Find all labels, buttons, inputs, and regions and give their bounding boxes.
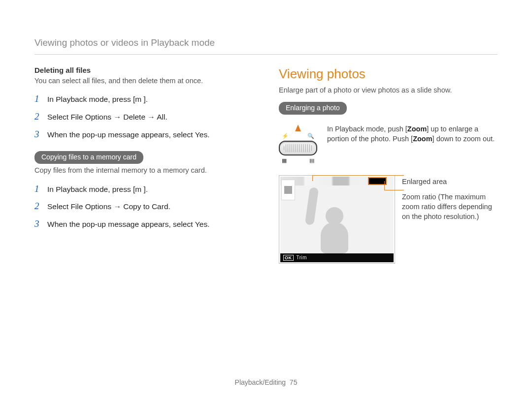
step-number: 1 bbox=[34, 93, 47, 105]
flash-icon: ⚡ bbox=[282, 132, 289, 140]
diagram-legend: Enlarged area Zoom ratio (The maximum zo… bbox=[402, 175, 498, 221]
zoom-keyword: Zoom bbox=[413, 135, 432, 143]
text-fragment: In Playback mode, push [ bbox=[327, 125, 407, 133]
deleting-desc: You can select all files, and then delet… bbox=[34, 76, 253, 86]
footer-section: Playback/Editing bbox=[235, 378, 286, 386]
step: 3When the pop-up message appears, select… bbox=[34, 128, 253, 141]
deleting-heading: Deleting all ﬁles bbox=[34, 65, 253, 75]
legend-enlarged-area: Enlarged area bbox=[402, 177, 498, 187]
step-text: Select File Options → Copy to Card. bbox=[47, 202, 170, 212]
page-header: Viewing photos or videos in Playback mod… bbox=[34, 36, 498, 55]
step-text: When the pop-up message appears, select … bbox=[47, 219, 209, 230]
left-column: Deleting all ﬁles You can select all fil… bbox=[34, 65, 253, 264]
diagram-bottombar: OK Trim bbox=[280, 253, 394, 262]
footer-page-number: 75 bbox=[290, 378, 298, 386]
trim-label: Trim bbox=[297, 254, 307, 261]
zoom-lever-body bbox=[279, 141, 317, 155]
legend-zoom-ratio: Zoom ratio (The maximum zoom ratio diffe… bbox=[402, 192, 498, 221]
page-footer: Playback/Editing 75 bbox=[0, 378, 532, 387]
step-text: Select File Options → Delete → All. bbox=[47, 112, 167, 123]
step-number: 2 bbox=[34, 110, 47, 123]
grid-icon: ▤ bbox=[309, 157, 314, 164]
zoom-keyword: Zoom bbox=[407, 125, 427, 133]
diagram-topbar bbox=[280, 177, 394, 185]
step-number: 3 bbox=[34, 128, 47, 141]
step-text: When the pop-up message appears, select … bbox=[47, 130, 209, 140]
magnifier-icon: 🔍 bbox=[307, 132, 314, 140]
step-number: 1 bbox=[34, 183, 47, 195]
ok-icon: OK bbox=[283, 255, 294, 261]
zoom-lever-diagram: ⚡ 🔍 ▦ ▤ bbox=[279, 124, 317, 164]
step-number: 2 bbox=[34, 200, 47, 213]
step-text: In Playback mode, press [m ]. bbox=[47, 94, 148, 105]
step-number: 3 bbox=[34, 217, 47, 230]
copying-desc: Copy files from the internal memory to a… bbox=[34, 166, 253, 176]
copying-steps: 1In Playback mode, press [m ]. 2Select F… bbox=[34, 183, 253, 230]
viewing-photos-heading: Viewing photos bbox=[279, 65, 498, 83]
up-arrow-icon bbox=[295, 124, 301, 131]
thumbnail-icon: ▦ bbox=[282, 157, 287, 164]
diagram-photo-area bbox=[280, 185, 394, 253]
text-fragment: ] down to zoom out. bbox=[432, 135, 495, 143]
leader-line bbox=[384, 181, 385, 190]
step: 1In Playback mode, press [m ]. bbox=[34, 93, 253, 105]
step: 1In Playback mode, press [m ]. bbox=[34, 183, 253, 195]
step: 2Select File Options → Delete → All. bbox=[34, 110, 253, 123]
deleting-steps: 1In Playback mode, press [m ]. 2Select F… bbox=[34, 93, 253, 140]
viewing-photos-desc: Enlarge part of a photo or view photos a… bbox=[279, 86, 498, 95]
leader-line bbox=[312, 175, 313, 181]
zoom-instruction: In Playback mode, push [Zoom] up to enla… bbox=[327, 124, 498, 144]
step-text: In Playback mode, press [m ]. bbox=[47, 185, 148, 195]
right-column: Viewing photos Enlarge part of a photo o… bbox=[279, 65, 498, 264]
photo-enlarge-diagram: OK Trim bbox=[279, 175, 395, 264]
minimap-icon bbox=[281, 180, 295, 200]
step: 2Select File Options → Copy to Card. bbox=[34, 200, 253, 213]
copying-pill: Copying ﬁles to a memory card bbox=[34, 151, 143, 164]
leader-line bbox=[312, 175, 404, 176]
leader-line bbox=[384, 190, 404, 190]
enlarging-pill: Enlarging a photo bbox=[279, 102, 347, 115]
step: 3When the pop-up message appears, select… bbox=[34, 217, 253, 230]
